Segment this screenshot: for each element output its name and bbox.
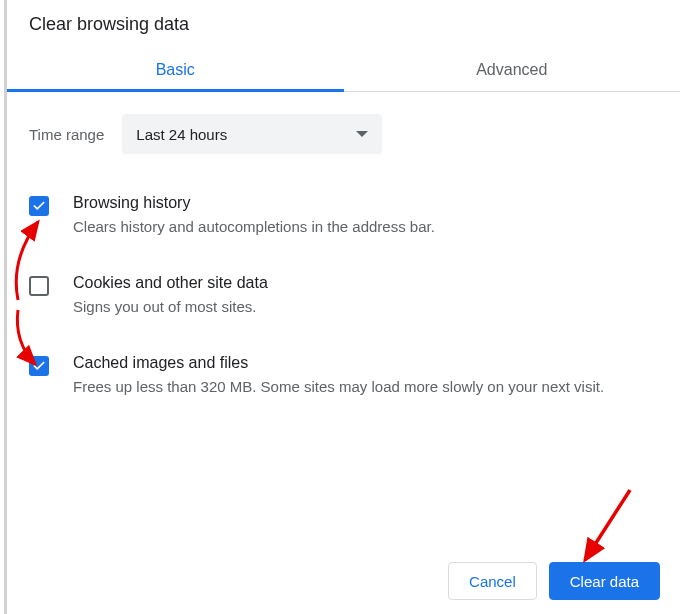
checkbox-browsing-history[interactable]	[29, 196, 49, 216]
option-text: Browsing history Clears history and auto…	[73, 194, 435, 238]
timerange-row: Time range Last 24 hours	[7, 92, 680, 164]
checkbox-cookies[interactable]	[29, 276, 49, 296]
check-icon	[32, 359, 46, 373]
checkbox-cached[interactable]	[29, 356, 49, 376]
tab-advanced-label: Advanced	[476, 61, 547, 78]
timerange-select[interactable]: Last 24 hours	[122, 114, 382, 154]
timerange-label: Time range	[29, 126, 104, 143]
dialog-title: Clear browsing data	[7, 0, 680, 43]
option-browsing-history: Browsing history Clears history and auto…	[29, 180, 658, 260]
timerange-value: Last 24 hours	[136, 126, 227, 143]
tab-advanced[interactable]: Advanced	[344, 49, 681, 91]
chevron-down-icon	[356, 131, 368, 137]
clear-browsing-data-dialog: Clear browsing data Basic Advanced Time …	[4, 0, 680, 614]
cancel-button[interactable]: Cancel	[448, 562, 537, 600]
clear-data-button[interactable]: Clear data	[549, 562, 660, 600]
tab-basic[interactable]: Basic	[7, 49, 344, 91]
option-desc: Clears history and autocompletions in th…	[73, 216, 435, 238]
option-desc: Signs you out of most sites.	[73, 296, 268, 318]
option-title: Cookies and other site data	[73, 274, 268, 292]
options-list: Browsing history Clears history and auto…	[7, 164, 680, 419]
option-text: Cached images and files Frees up less th…	[73, 354, 604, 398]
option-text: Cookies and other site data Signs you ou…	[73, 274, 268, 318]
tab-basic-label: Basic	[156, 61, 195, 78]
option-cached: Cached images and files Frees up less th…	[29, 340, 658, 420]
option-cookies: Cookies and other site data Signs you ou…	[29, 260, 658, 340]
cancel-button-label: Cancel	[469, 573, 516, 590]
tabs: Basic Advanced	[7, 49, 680, 92]
clear-data-button-label: Clear data	[570, 573, 639, 590]
option-title: Browsing history	[73, 194, 435, 212]
option-title: Cached images and files	[73, 354, 604, 372]
option-desc: Frees up less than 320 MB. Some sites ma…	[73, 376, 604, 398]
check-icon	[32, 199, 46, 213]
dialog-footer: Cancel Clear data	[448, 562, 660, 600]
